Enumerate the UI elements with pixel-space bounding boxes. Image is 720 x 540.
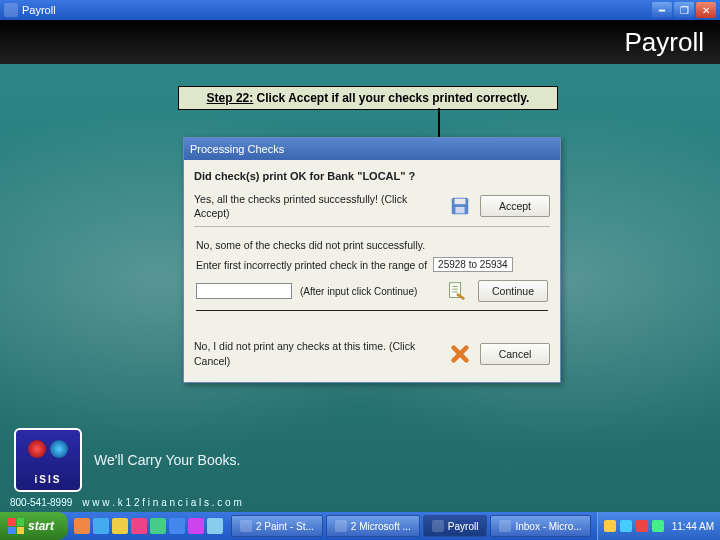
check-range: 25928 to 25934: [433, 257, 513, 272]
system-tray: 11:44 AM: [597, 512, 720, 540]
ql-icon[interactable]: [150, 518, 166, 534]
taskbar-task[interactable]: 2 Paint - St...: [231, 515, 323, 537]
instruction-callout: Step 22: Click Accept if all your checks…: [178, 86, 558, 110]
app-title: Payroll: [22, 4, 56, 16]
step-text: Click Accept if all your checks printed …: [253, 91, 529, 105]
taskbar-clock: 11:44 AM: [672, 521, 714, 532]
ql-icon[interactable]: [112, 518, 128, 534]
svg-rect-1: [455, 199, 466, 205]
after-input-text: (After input click Continue): [300, 286, 417, 297]
minimize-button[interactable]: ━: [652, 2, 672, 18]
taskbar-tasks: 2 Paint - St... 2 Microsoft ... Payroll …: [231, 515, 597, 537]
taskbar-task-active[interactable]: Payroll: [423, 515, 488, 537]
ql-icon[interactable]: [169, 518, 185, 534]
windows-logo-icon: [8, 518, 24, 534]
dialog-question: Did check(s) print OK for Bank "LOCAL" ?: [194, 170, 550, 182]
quick-launch: [74, 518, 223, 534]
tray-icon[interactable]: [620, 520, 632, 532]
ql-icon[interactable]: [74, 518, 90, 534]
tagline: We'll Carry Your Books.: [94, 452, 240, 468]
taskbar-task[interactable]: 2 Microsoft ...: [326, 515, 420, 537]
close-button[interactable]: ✕: [696, 2, 716, 18]
enter-range-text: Enter first incorrectly printed check in…: [196, 259, 427, 271]
no-none-text: No, I did not print any checks at this t…: [194, 339, 440, 367]
dialog-title: Processing Checks: [190, 143, 284, 155]
check-number-input[interactable]: [196, 283, 292, 299]
tray-icon[interactable]: [652, 520, 664, 532]
no-some-text: No, some of the checks did not print suc…: [196, 239, 548, 251]
document-icon: [442, 278, 470, 304]
cancel-button[interactable]: Cancel: [480, 343, 550, 365]
phone-number: 800-541-8999: [10, 497, 72, 508]
app-icon: [4, 3, 18, 17]
ql-icon[interactable]: [131, 518, 147, 534]
tray-icon[interactable]: [636, 520, 648, 532]
divider: [194, 226, 550, 227]
cancel-x-icon: [446, 341, 474, 367]
start-button[interactable]: start: [0, 512, 68, 540]
ql-icon[interactable]: [188, 518, 204, 534]
isis-logo: iSIS: [14, 428, 82, 492]
website-url: w w w . k 1 2 f i n a n c i a l s . c o …: [82, 497, 242, 508]
ql-icon[interactable]: [93, 518, 109, 534]
step-label: Step 22:: [207, 91, 254, 105]
accept-button[interactable]: Accept: [480, 195, 550, 217]
contact-row: 800-541-8999 w w w . k 1 2 f i n a n c i…: [10, 497, 242, 508]
ql-icon[interactable]: [207, 518, 223, 534]
taskbar-task[interactable]: Inbox - Micro...: [490, 515, 590, 537]
save-icon: [446, 193, 474, 219]
branding-block: iSIS We'll Carry Your Books.: [14, 428, 240, 492]
continue-button[interactable]: Continue: [478, 280, 548, 302]
maximize-button[interactable]: ❐: [674, 2, 694, 18]
processing-checks-dialog: Processing Checks Did check(s) print OK …: [183, 137, 561, 383]
tray-icon[interactable]: [604, 520, 616, 532]
yes-option-text: Yes, all the checks printed successfully…: [194, 192, 440, 220]
header-strip: Payroll: [0, 20, 720, 64]
svg-rect-2: [455, 207, 464, 213]
taskbar: start 2 Paint - St... 2 Microsoft ... Pa…: [0, 512, 720, 540]
dialog-titlebar: Processing Checks: [184, 138, 560, 160]
header-title: Payroll: [625, 27, 704, 58]
app-titlebar: Payroll ━ ❐ ✕: [0, 0, 720, 20]
